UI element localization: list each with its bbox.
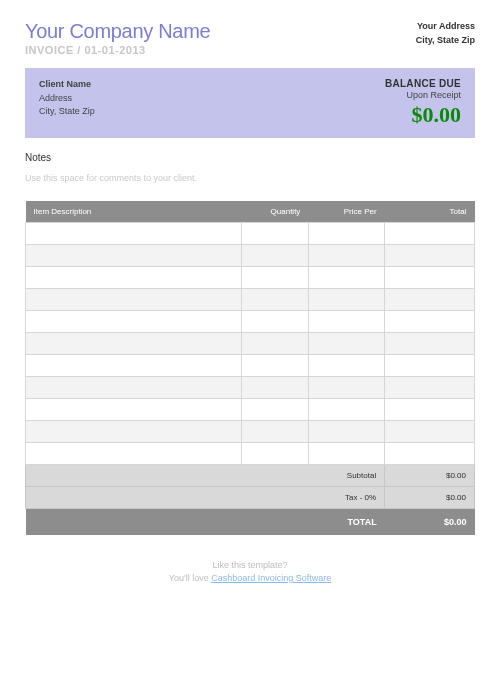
company-name: Your Company Name	[25, 20, 210, 43]
total-value: $0.00	[385, 509, 475, 535]
subtotal-value: $0.00	[385, 465, 475, 487]
tax-value: $0.00	[385, 487, 475, 509]
balance-box: Client Name Address City, State Zip BALA…	[25, 68, 475, 138]
table-row	[26, 421, 475, 443]
invoice-label: INVOICE	[25, 44, 74, 56]
footer: Like this template? You'll love Cashboar…	[25, 559, 475, 586]
col-description: Item Description	[26, 201, 242, 223]
table-row	[26, 311, 475, 333]
total-row: TOTAL $0.00	[26, 509, 475, 535]
table-row	[26, 399, 475, 421]
col-price-per: Price Per	[308, 201, 384, 223]
client-address: Address	[39, 92, 95, 106]
table-row	[26, 267, 475, 289]
table-row	[26, 377, 475, 399]
balance-due-label: BALANCE DUE	[385, 78, 461, 89]
footer-link[interactable]: Cashboard Invoicing Software	[211, 573, 331, 583]
client-city-state-zip: City, State Zip	[39, 105, 95, 119]
total-label: TOTAL	[26, 509, 385, 535]
subtotal-row: Subtotal $0.00	[26, 465, 475, 487]
table-row	[26, 333, 475, 355]
client-name: Client Name	[39, 78, 95, 92]
col-total: Total	[385, 201, 475, 223]
table-row	[26, 289, 475, 311]
notes-placeholder: Use this space for comments to your clie…	[25, 173, 475, 183]
balance-amount: $0.00	[385, 102, 461, 128]
footer-line2-pre: You'll love	[169, 573, 211, 583]
invoice-date: 01-01-2013	[84, 44, 145, 56]
table-row	[26, 443, 475, 465]
footer-line1: Like this template?	[25, 559, 475, 573]
tax-label: Tax - 0%	[26, 487, 385, 509]
sender-address-line1: Your Address	[416, 20, 475, 34]
line-items-table: Item Description Quantity Price Per Tota…	[25, 201, 475, 535]
table-row	[26, 245, 475, 267]
col-quantity: Quantity	[241, 201, 308, 223]
notes-label: Notes	[25, 152, 475, 163]
subtotal-label: Subtotal	[26, 465, 385, 487]
balance-due-sub: Upon Receipt	[385, 90, 461, 100]
tax-row: Tax - 0% $0.00	[26, 487, 475, 509]
invoice-line: INVOICE / 01-01-2013	[25, 44, 210, 56]
table-row	[26, 223, 475, 245]
sender-address-line2: City, State Zip	[416, 34, 475, 48]
table-row	[26, 355, 475, 377]
